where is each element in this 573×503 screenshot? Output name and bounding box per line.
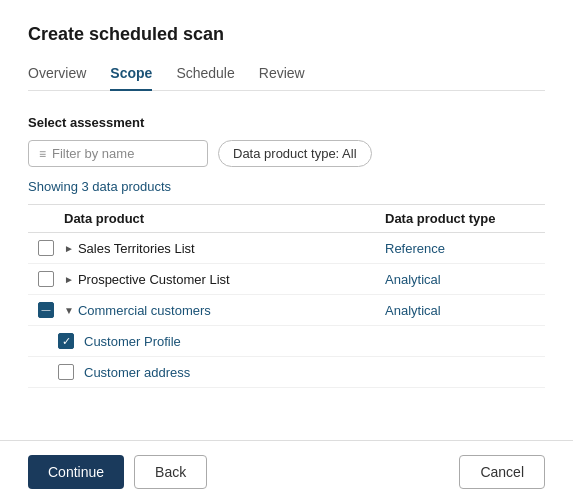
filter-icon: ≡ <box>39 147 46 161</box>
row-label-customer-address: Customer address <box>84 365 385 380</box>
table-row: ► Prospective Customer List Analytical <box>28 264 545 295</box>
row-check-col <box>48 364 84 380</box>
header-type-col: Data product type <box>385 211 545 226</box>
filter-placeholder: Filter by name <box>52 146 134 161</box>
footer: Continue Back Cancel <box>0 440 573 503</box>
table-row: ▼ Commercial customers Analytical <box>28 295 545 326</box>
row-check-col <box>28 271 64 287</box>
row-label-commercial-customers: ▼ Commercial customers <box>64 303 385 318</box>
tab-scope[interactable]: Scope <box>110 65 152 91</box>
header-product-col: Data product <box>64 211 385 226</box>
row-label-prospective-customer: ► Prospective Customer List <box>64 272 385 287</box>
row-check-col <box>48 333 84 349</box>
checkbox-commercial-customers[interactable] <box>38 302 54 318</box>
data-products-table: Data product Data product type ► Sales T… <box>28 204 545 388</box>
type-filter-button[interactable]: Data product type: All <box>218 140 372 167</box>
tab-bar: Overview Scope Schedule Review <box>28 65 545 91</box>
checkbox-sales-territories[interactable] <box>38 240 54 256</box>
filter-input[interactable]: ≡ Filter by name <box>28 140 208 167</box>
tab-overview[interactable]: Overview <box>28 65 86 91</box>
row-type-commercial-customers: Analytical <box>385 303 545 318</box>
expand-icon[interactable]: ▼ <box>64 305 74 316</box>
row-label-sales-territories: ► Sales Territories List <box>64 241 385 256</box>
back-button[interactable]: Back <box>134 455 207 489</box>
checkbox-customer-address[interactable] <box>58 364 74 380</box>
tab-review[interactable]: Review <box>259 65 305 91</box>
filter-row: ≡ Filter by name Data product type: All <box>28 140 545 167</box>
page-title: Create scheduled scan <box>28 24 545 45</box>
showing-count: Showing 3 data products <box>28 179 545 194</box>
checkbox-customer-profile[interactable] <box>58 333 74 349</box>
table-row: Customer address <box>28 357 545 388</box>
row-type-sales-territories: Reference <box>385 241 545 256</box>
checkbox-prospective-customer[interactable] <box>38 271 54 287</box>
footer-left-buttons: Continue Back <box>28 455 207 489</box>
row-type-prospective-customer: Analytical <box>385 272 545 287</box>
expand-icon[interactable]: ► <box>64 274 74 285</box>
assessment-section-label: Select assessment <box>28 115 545 130</box>
table-header: Data product Data product type <box>28 205 545 233</box>
tab-schedule[interactable]: Schedule <box>176 65 234 91</box>
expand-icon[interactable]: ► <box>64 243 74 254</box>
continue-button[interactable]: Continue <box>28 455 124 489</box>
cancel-button[interactable]: Cancel <box>459 455 545 489</box>
table-row: ► Sales Territories List Reference <box>28 233 545 264</box>
row-check-col <box>28 240 64 256</box>
table-row: Customer Profile <box>28 326 545 357</box>
row-label-customer-profile: Customer Profile <box>84 334 385 349</box>
row-check-col <box>28 302 64 318</box>
header-check-col <box>28 211 64 226</box>
